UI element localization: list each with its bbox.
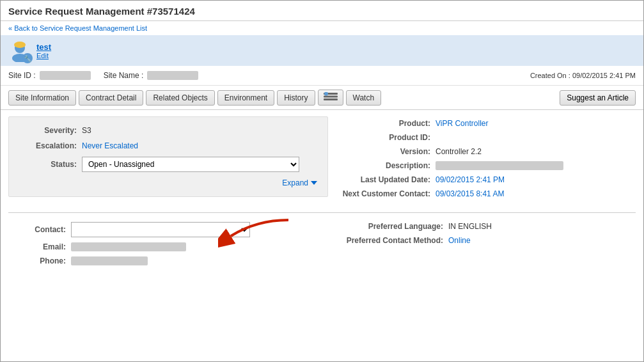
last-updated-value: 09/02/2015 2:41 PM xyxy=(436,175,505,184)
left-panel: Severity: S3 Escalation: Never Escalated… xyxy=(8,116,328,203)
svg-rect-6 xyxy=(324,98,338,100)
phone-value xyxy=(71,256,148,265)
version-label: Version: xyxy=(341,147,430,156)
contact-right: Preferred Language: IN ENGLISH Preferred… xyxy=(341,222,636,271)
severity-value: S3 xyxy=(82,126,91,135)
svg-rect-3 xyxy=(15,45,25,47)
user-row: 🔧 test Edit xyxy=(1,35,643,66)
phone-row: Phone: xyxy=(8,256,328,265)
pref-contact-value[interactable]: Online xyxy=(448,236,471,245)
wrench-icon: 🔧 xyxy=(24,55,31,62)
site-name-value xyxy=(147,71,198,80)
site-id-field: Site ID : xyxy=(8,71,91,80)
tab-watch[interactable]: Watch xyxy=(346,90,382,106)
back-link[interactable]: Back to Service Request Management List xyxy=(8,24,147,32)
description-row: Description: xyxy=(341,161,636,170)
created-on-value: 09/02/2015 2:41 PM xyxy=(572,72,636,79)
tab-contract-detail[interactable]: Contract Detail xyxy=(79,90,143,106)
svg-point-7 xyxy=(324,92,328,96)
email-row: Email: xyxy=(8,242,328,251)
escalation-value: Never Escalated xyxy=(82,141,138,150)
description-label: Description: xyxy=(341,161,430,170)
product-id-row: Product ID: xyxy=(341,133,636,142)
username-link[interactable]: test xyxy=(36,42,51,52)
page-title: Service Request Management #73571424 xyxy=(8,6,636,17)
product-row: Product: ViPR Controller xyxy=(341,119,636,128)
created-on-label: Created On : xyxy=(530,72,570,79)
pref-contact-label: Preferred Contact Method: xyxy=(341,236,443,245)
severity-label: Severity: xyxy=(19,126,77,135)
expand-link[interactable]: Expand xyxy=(19,178,317,187)
tab-environment[interactable]: Environment xyxy=(217,90,274,106)
email-value xyxy=(71,242,186,251)
version-value: Controller 2.2 xyxy=(436,147,482,156)
svg-rect-5 xyxy=(324,96,338,98)
contact-section: Contact: Email: Phone: Preferred Languag… xyxy=(1,216,643,277)
next-contact-row: Next Customer Contact: 09/03/2015 8:41 A… xyxy=(341,189,636,198)
status-label: Status: xyxy=(19,160,77,169)
info-box: Severity: S3 Escalation: Never Escalated… xyxy=(8,116,328,197)
site-id-value xyxy=(40,71,91,80)
edit-link[interactable]: Edit xyxy=(36,52,51,59)
tab-bar: Site Information Contract Detail Related… xyxy=(1,86,643,110)
pref-lang-label: Preferred Language: xyxy=(341,222,443,231)
phone-label: Phone: xyxy=(8,256,66,265)
contact-left: Contact: Email: Phone: xyxy=(8,222,328,271)
tab-icon-button[interactable] xyxy=(318,90,343,106)
product-label: Product: xyxy=(341,119,430,128)
tab-site-information[interactable]: Site Information xyxy=(8,90,76,106)
escalation-row: Escalation: Never Escalated xyxy=(19,141,317,150)
status-select[interactable]: Open - Unassigned Open - Assigned Closed… xyxy=(82,157,299,172)
email-label: Email: xyxy=(8,242,66,251)
product-id-label: Product ID: xyxy=(341,133,430,142)
version-row: Version: Controller 2.2 xyxy=(341,147,636,156)
pref-contact-row: Preferred Contact Method: Online xyxy=(341,236,636,245)
contact-select[interactable] xyxy=(71,222,250,237)
contact-area: Contact: Email: Phone: Preferred Languag… xyxy=(8,222,636,271)
back-link-container: Back to Service Request Management List xyxy=(1,21,643,35)
title-bar: Service Request Management #73571424 xyxy=(1,1,643,21)
description-value xyxy=(436,161,563,170)
suggest-article-button[interactable]: Suggest an Article xyxy=(560,90,636,106)
right-panel: Product: ViPR Controller Product ID: Ver… xyxy=(341,116,636,203)
user-info: test Edit xyxy=(36,42,51,59)
tab-icon xyxy=(324,92,338,101)
contact-label: Contact: xyxy=(8,225,66,234)
severity-row: Severity: S3 xyxy=(19,126,317,135)
avatar: 🔧 xyxy=(8,39,31,62)
status-row: Status: Open - Unassigned Open - Assigne… xyxy=(19,157,317,172)
escalation-label: Escalation: xyxy=(19,141,77,150)
last-updated-label: Last Updated Date: xyxy=(341,175,430,184)
product-value[interactable]: ViPR Controller xyxy=(436,119,488,128)
site-name-label: Site Name : xyxy=(104,71,144,80)
next-contact-value: 09/03/2015 8:41 AM xyxy=(436,189,504,198)
site-id-label: Site ID : xyxy=(8,71,36,80)
next-contact-label: Next Customer Contact: xyxy=(341,189,430,198)
created-on: Created On : 09/02/2015 2:41 PM xyxy=(530,72,636,79)
pref-lang-row: Preferred Language: IN ENGLISH xyxy=(341,222,636,231)
section-divider xyxy=(8,212,636,213)
last-updated-row: Last Updated Date: 09/02/2015 2:41 PM xyxy=(341,175,636,184)
tab-related-objects[interactable]: Related Objects xyxy=(146,90,214,106)
site-info-row: Site ID : Site Name : Created On : 09/02… xyxy=(1,66,643,86)
expand-label: Expand xyxy=(282,178,308,187)
contact-row: Contact: xyxy=(8,222,328,237)
pref-lang-value: IN ENGLISH xyxy=(448,222,492,231)
expand-arrow-icon xyxy=(311,181,317,185)
tab-history[interactable]: History xyxy=(277,90,315,106)
main-content: Severity: S3 Escalation: Never Escalated… xyxy=(1,110,643,210)
site-name-field: Site Name : xyxy=(104,71,199,80)
